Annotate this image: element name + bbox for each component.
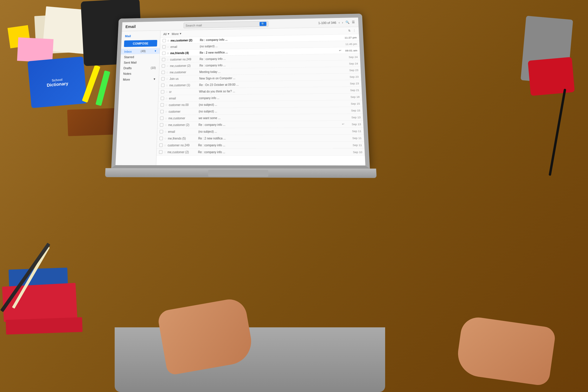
search-icon[interactable]: 🔍: [345, 21, 350, 24]
sidebar-item-more[interactable]: More ▾: [119, 76, 159, 83]
email-checkbox[interactable]: [162, 58, 166, 61]
email-subject: Re : company info ...: [200, 56, 342, 61]
email-checkbox[interactable]: [159, 150, 163, 154]
email-time: Sep 13: [345, 122, 361, 125]
email-subject: Re : company info ...: [200, 36, 341, 42]
reply-icon: ↩: [339, 49, 341, 52]
star-icon[interactable]: ☆: [164, 150, 166, 154]
email-checkbox[interactable]: [160, 130, 163, 133]
sidebar-item-starred[interactable]: Starred: [121, 54, 160, 60]
sidebar-inbox-count: (49): [141, 50, 146, 53]
toolbar-right: ⇅ ⋮: [348, 29, 356, 32]
filter-all[interactable]: All ▾: [163, 32, 169, 36]
star-icon[interactable]: ☆: [166, 84, 168, 87]
sidebar-starred-label: Starred: [124, 55, 134, 59]
toolbar-left: All ▾ More ▾: [163, 32, 181, 36]
star-icon[interactable]: ☆: [165, 97, 168, 100]
star-icon[interactable]: ☆: [166, 71, 169, 74]
page-count: 1-100 of 346: [318, 21, 336, 24]
sidebar-item-sent[interactable]: Sent Mail: [120, 59, 159, 66]
email-checkbox[interactable]: [163, 39, 166, 42]
star-icon[interactable]: ☆: [165, 110, 168, 113]
sidebar-more-arrow: ▾: [153, 77, 155, 81]
email-checkbox[interactable]: [160, 116, 163, 120]
email-checkbox[interactable]: [161, 97, 164, 100]
compose-button[interactable]: COMPOSE: [124, 40, 157, 47]
sort-icon[interactable]: ⇅: [348, 29, 350, 32]
email-checkbox[interactable]: [161, 90, 164, 94]
filter-all-label: All: [163, 32, 167, 36]
sidebar-item-notes[interactable]: Notes: [120, 71, 159, 77]
email-checkbox[interactable]: [160, 110, 164, 113]
star-icon[interactable]: ☆: [167, 52, 169, 55]
email-subject: New Sign-in on Computer ...: [199, 75, 343, 80]
email-row[interactable]: ☆ me,customer (2) Re : company info ... …: [156, 148, 365, 155]
email-checkbox[interactable]: [162, 45, 166, 48]
search-bar[interactable]: 🔍: [183, 21, 268, 28]
email-row[interactable]: ☆ customer no.249 Re : company info ... …: [157, 142, 365, 149]
email-checkbox[interactable]: [161, 83, 165, 87]
sidebar-item-drafts[interactable]: Drafts (10): [120, 65, 159, 71]
email-time: 09:01 am: [343, 49, 358, 52]
sidebar-sent-label: Sent Mail: [124, 61, 137, 64]
options-icon[interactable]: ⋮: [353, 29, 356, 32]
star-icon[interactable]: ☆: [165, 103, 168, 107]
email-time: 11:45 pm: [342, 42, 357, 46]
email-time: Sep 15: [345, 102, 360, 105]
email-sender: cr: [169, 90, 198, 93]
star-icon[interactable]: ☆: [164, 137, 167, 140]
email-sender: me,customer (2): [170, 64, 198, 68]
pink-paper: [17, 37, 54, 63]
email-row[interactable]: ☆ me,friends (5) Re : 2 new notifica ...…: [157, 135, 364, 142]
email-checkbox[interactable]: [160, 123, 163, 127]
star-icon[interactable]: ☆: [166, 64, 169, 68]
email-checkbox[interactable]: [161, 71, 165, 74]
email-checkbox[interactable]: [162, 64, 165, 68]
email-sender: Join us: [170, 77, 198, 81]
email-checkbox[interactable]: [161, 103, 164, 107]
email-subject: we want some ...: [198, 115, 344, 120]
email-subject: Re : 2 new notifica ...: [198, 136, 345, 140]
star-icon[interactable]: ☆: [165, 117, 167, 120]
dictionary-box: School Dictionary: [27, 56, 87, 108]
email-time: Sep 10: [347, 150, 362, 154]
email-subject: Re : 2 new notifica ...: [200, 49, 338, 54]
email-time: Sep 11: [346, 136, 362, 139]
star-icon[interactable]: ☆: [166, 77, 168, 81]
search-button[interactable]: 🔍: [260, 22, 266, 26]
star-icon[interactable]: ☆: [167, 39, 170, 42]
star-icon[interactable]: ☆: [164, 123, 167, 127]
email-checkbox[interactable]: [159, 137, 163, 140]
pencil-pouch: [528, 57, 575, 96]
email-checkbox[interactable]: [159, 143, 163, 147]
star-icon[interactable]: ☆: [166, 90, 168, 93]
email-subject: Meeting today ...: [199, 68, 342, 73]
header-icons: 1-100 of 346 ‹ › 🔍 ☰: [318, 20, 355, 25]
email-subject: Re : company info ...: [198, 150, 345, 154]
email-sender: customer no.249: [170, 58, 198, 61]
email-row[interactable]: ☆ me,customer (2) Re : company info ... …: [157, 121, 363, 128]
star-icon[interactable]: ☆: [167, 45, 169, 48]
menu-icon[interactable]: ☰: [352, 20, 355, 24]
email-subject: (no subject) ...: [199, 109, 344, 113]
email-sender: customer no.249: [168, 143, 197, 147]
star-icon[interactable]: ☆: [164, 144, 166, 147]
search-input[interactable]: [186, 22, 260, 27]
trackpad[interactable]: [208, 170, 268, 177]
star-icon[interactable]: ☆: [166, 58, 169, 61]
filter-more[interactable]: More ▾: [172, 32, 182, 36]
email-sender: customer no.00: [169, 103, 198, 107]
prev-icon[interactable]: ‹: [338, 21, 340, 24]
email-row[interactable]: ☆ email (no subject) ... Sep 11: [157, 128, 364, 135]
next-icon[interactable]: ›: [342, 21, 343, 24]
email-time: Sep 21: [344, 88, 359, 92]
email-checkbox[interactable]: [161, 77, 165, 81]
email-subject: (no subject) ...: [200, 42, 341, 48]
laptop: Email 🔍 1-100 of 346 ‹ › 🔍 ☰: [109, 14, 375, 207]
email-app: Email 🔍 1-100 of 346 ‹ › 🔍 ☰: [116, 18, 365, 165]
sidebar-item-inbox[interactable]: Inbox (49) ▾: [121, 48, 160, 55]
email-sender: email: [171, 45, 199, 48]
star-icon[interactable]: ☆: [164, 130, 167, 133]
email-body: Mail COMPOSE Inbox (49) ▾ Starred Sent M…: [116, 27, 365, 165]
email-checkbox[interactable]: [162, 51, 166, 55]
